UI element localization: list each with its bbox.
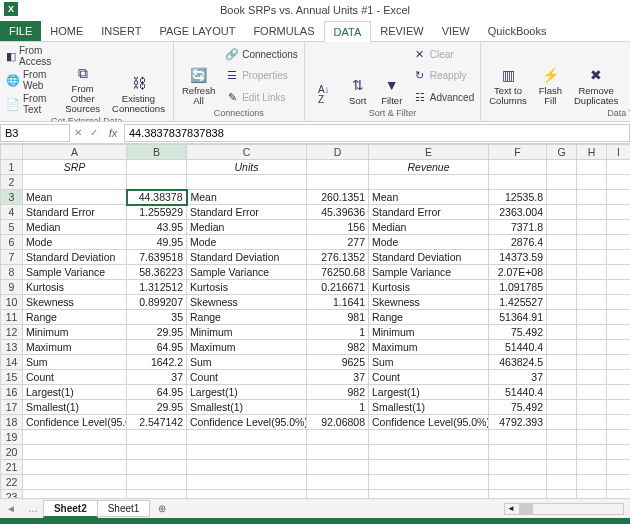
cell-I17[interactable] xyxy=(607,400,631,415)
cell-E20[interactable] xyxy=(369,445,489,460)
select-all-corner[interactable] xyxy=(1,145,23,160)
tab-file[interactable]: FILE xyxy=(0,21,41,41)
cell-I14[interactable] xyxy=(607,355,631,370)
properties-button[interactable]: ☰Properties xyxy=(223,68,300,84)
cell-H6[interactable] xyxy=(577,235,607,250)
row-header[interactable]: 1 xyxy=(1,160,23,175)
row-header[interactable]: 15 xyxy=(1,370,23,385)
row-header[interactable]: 2 xyxy=(1,175,23,190)
cell-D6[interactable]: 277 xyxy=(307,235,369,250)
cell-D13[interactable]: 982 xyxy=(307,340,369,355)
name-box[interactable] xyxy=(0,124,70,142)
reapply-button[interactable]: ↻Reapply xyxy=(411,68,476,84)
cell-B23[interactable] xyxy=(127,490,187,499)
cell-C23[interactable] xyxy=(187,490,307,499)
cell-G13[interactable] xyxy=(547,340,577,355)
cell-A21[interactable] xyxy=(23,460,127,475)
cell-I23[interactable] xyxy=(607,490,631,499)
cell-B11[interactable]: 35 xyxy=(127,310,187,325)
cell-D2[interactable] xyxy=(307,175,369,190)
cell-A10[interactable]: Skewness xyxy=(23,295,127,310)
cell-C4[interactable]: Standard Error xyxy=(187,205,307,220)
cell-B5[interactable]: 43.95 xyxy=(127,220,187,235)
cell-D16[interactable]: 982 xyxy=(307,385,369,400)
cell-H8[interactable] xyxy=(577,265,607,280)
refresh-all-button[interactable]: 🔄Refresh All xyxy=(178,44,219,108)
cell-D4[interactable]: 45.39636 xyxy=(307,205,369,220)
cell-E19[interactable] xyxy=(369,430,489,445)
cell-F4[interactable]: 2363.004 xyxy=(489,205,547,220)
cell-A18[interactable]: Confidence Level(95.0%) xyxy=(23,415,127,430)
cancel-formula-button[interactable]: ✕ xyxy=(70,127,86,138)
sort-button[interactable]: ⇅Sort xyxy=(343,44,373,108)
cell-A2[interactable] xyxy=(23,175,127,190)
cell-F8[interactable]: 2.07E+08 xyxy=(489,265,547,280)
horizontal-scrollbar[interactable]: ◄ xyxy=(174,503,630,515)
fx-icon[interactable]: fx xyxy=(102,127,124,139)
cell-A22[interactable] xyxy=(23,475,127,490)
cell-C3[interactable]: Mean xyxy=(187,190,307,205)
cell-F18[interactable]: 4792.393 xyxy=(489,415,547,430)
cell-G12[interactable] xyxy=(547,325,577,340)
cell-D1[interactable] xyxy=(307,160,369,175)
cell-G20[interactable] xyxy=(547,445,577,460)
cell-B4[interactable]: 1.255929 xyxy=(127,205,187,220)
cell-B16[interactable]: 64.95 xyxy=(127,385,187,400)
cell-B22[interactable] xyxy=(127,475,187,490)
cell-E8[interactable]: Sample Variance xyxy=(369,265,489,280)
cell-D12[interactable]: 1 xyxy=(307,325,369,340)
cell-I2[interactable] xyxy=(607,175,631,190)
cell-D18[interactable]: 92.06808 xyxy=(307,415,369,430)
cell-A8[interactable]: Sample Variance xyxy=(23,265,127,280)
cell-F3[interactable]: 12535.8 xyxy=(489,190,547,205)
cell-F22[interactable] xyxy=(489,475,547,490)
cell-G17[interactable] xyxy=(547,400,577,415)
cell-B10[interactable]: 0.899207 xyxy=(127,295,187,310)
cell-B15[interactable]: 37 xyxy=(127,370,187,385)
sheet-nav-more[interactable]: … xyxy=(22,503,44,514)
cell-E4[interactable]: Standard Error xyxy=(369,205,489,220)
cell-I8[interactable] xyxy=(607,265,631,280)
cell-F16[interactable]: 51440.4 xyxy=(489,385,547,400)
cell-G15[interactable] xyxy=(547,370,577,385)
cell-E11[interactable]: Range xyxy=(369,310,489,325)
cell-E3[interactable]: Mean xyxy=(369,190,489,205)
cell-D20[interactable] xyxy=(307,445,369,460)
row-header[interactable]: 5 xyxy=(1,220,23,235)
cell-I7[interactable] xyxy=(607,250,631,265)
cell-H4[interactable] xyxy=(577,205,607,220)
tab-data[interactable]: DATA xyxy=(324,21,372,42)
cell-A4[interactable]: Standard Error xyxy=(23,205,127,220)
cell-E10[interactable]: Skewness xyxy=(369,295,489,310)
cell-I18[interactable] xyxy=(607,415,631,430)
cell-E23[interactable] xyxy=(369,490,489,499)
cell-D15[interactable]: 37 xyxy=(307,370,369,385)
cell-G23[interactable] xyxy=(547,490,577,499)
cell-F17[interactable]: 75.492 xyxy=(489,400,547,415)
cell-F10[interactable]: 1.425527 xyxy=(489,295,547,310)
cell-F21[interactable] xyxy=(489,460,547,475)
tab-formulas[interactable]: FORMULAS xyxy=(244,21,323,41)
from-web-button[interactable]: 🌐From Web xyxy=(4,68,57,92)
cell-D19[interactable] xyxy=(307,430,369,445)
tab-page-layout[interactable]: PAGE LAYOUT xyxy=(150,21,244,41)
cell-I4[interactable] xyxy=(607,205,631,220)
tab-insert[interactable]: INSERT xyxy=(92,21,150,41)
cell-H13[interactable] xyxy=(577,340,607,355)
cell-F15[interactable]: 37 xyxy=(489,370,547,385)
cell-E17[interactable]: Smallest(1) xyxy=(369,400,489,415)
cell-G2[interactable] xyxy=(547,175,577,190)
col-header-E[interactable]: E xyxy=(369,145,489,160)
cell-I19[interactable] xyxy=(607,430,631,445)
cell-H18[interactable] xyxy=(577,415,607,430)
cell-C20[interactable] xyxy=(187,445,307,460)
cell-E12[interactable]: Minimum xyxy=(369,325,489,340)
tab-review[interactable]: REVIEW xyxy=(371,21,432,41)
cell-F14[interactable]: 463824.5 xyxy=(489,355,547,370)
cell-E1[interactable]: Revenue xyxy=(369,160,489,175)
cell-H15[interactable] xyxy=(577,370,607,385)
cell-H20[interactable] xyxy=(577,445,607,460)
cell-E9[interactable]: Kurtosis xyxy=(369,280,489,295)
tab-quickbooks[interactable]: QuickBooks xyxy=(479,21,556,41)
cell-C16[interactable]: Largest(1) xyxy=(187,385,307,400)
